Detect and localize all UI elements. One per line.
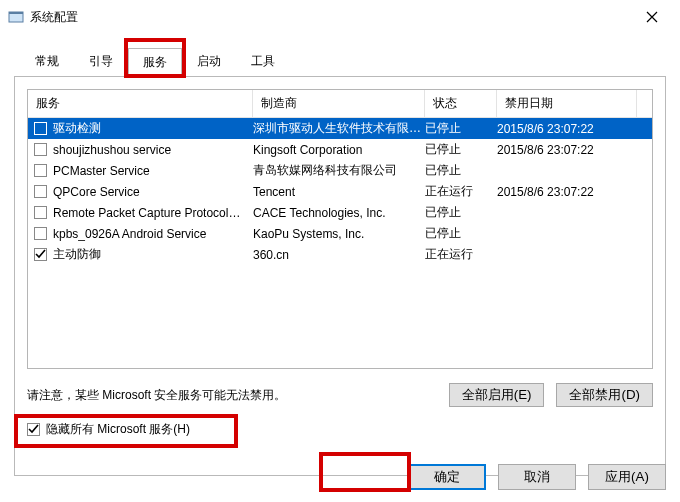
status: 正在运行 [425,183,497,200]
manufacturer: 青岛软媒网络科技有限公司 [253,162,425,179]
list-header: 服务 制造商 状态 禁用日期 [28,90,652,118]
service-name: shoujizhushou service [53,143,171,157]
disable-date: 2015/8/6 23:07:22 [497,185,637,199]
table-row[interactable]: 主动防御360.cn正在运行 [28,244,652,265]
table-row[interactable]: kpbs_0926A Android ServiceKaoPu Systems,… [28,223,652,244]
disable-date: 2015/8/6 23:07:22 [497,122,637,136]
row-checkbox[interactable] [34,185,47,198]
msconfig-window: 系统配置 常规 引导 服务 启动 工具 服务 制造商 状态 禁用日期 驱动检测深… [0,0,680,502]
row-checkbox[interactable] [34,248,47,261]
disable-date: 2015/8/6 23:07:22 [497,143,637,157]
row-checkbox[interactable] [34,164,47,177]
table-row[interactable]: shoujizhushou serviceKingsoft Corporatio… [28,139,652,160]
services-list[interactable]: 服务 制造商 状态 禁用日期 驱动检测深圳市驱动人生软件技术有限…已停止2015… [27,89,653,369]
cancel-button[interactable]: 取消 [498,464,576,490]
apply-button[interactable]: 应用(A) [588,464,666,490]
tab-services[interactable]: 服务 [128,48,182,77]
dialog-footer: 确定 取消 应用(A) [408,464,666,490]
security-note: 请注意，某些 Microsoft 安全服务可能无法禁用。 [27,387,437,404]
hide-ms-services-label: 隐藏所有 Microsoft 服务(H) [46,421,190,438]
svg-rect-1 [9,12,23,14]
manufacturer: Tencent [253,185,425,199]
table-row[interactable]: 驱动检测深圳市驱动人生软件技术有限…已停止2015/8/6 23:07:22 [28,118,652,139]
tab-strip: 常规 引导 服务 启动 工具 [14,48,666,76]
manufacturer: 360.cn [253,248,425,262]
row-checkbox[interactable] [34,122,47,135]
service-name: 驱动检测 [53,120,101,137]
service-name: Remote Packet Capture Protocol… [53,206,240,220]
status: 正在运行 [425,246,497,263]
row-checkbox[interactable] [34,143,47,156]
table-row[interactable]: PCMaster Service青岛软媒网络科技有限公司已停止 [28,160,652,181]
tab-general[interactable]: 常规 [20,47,74,76]
status: 已停止 [425,225,497,242]
titlebar: 系统配置 [0,0,680,34]
manufacturer: CACE Technologies, Inc. [253,206,425,220]
row-checkbox[interactable] [34,206,47,219]
service-name: kpbs_0926A Android Service [53,227,206,241]
window-title: 系统配置 [30,9,78,26]
disable-all-button[interactable]: 全部禁用(D) [556,383,653,407]
status: 已停止 [425,204,497,221]
table-row[interactable]: Remote Packet Capture Protocol…CACE Tech… [28,202,652,223]
close-button[interactable] [632,2,672,32]
ok-button[interactable]: 确定 [408,464,486,490]
col-status[interactable]: 状态 [425,90,497,117]
status: 已停止 [425,120,497,137]
service-name: 主动防御 [53,246,101,263]
col-manufacturer[interactable]: 制造商 [253,90,425,117]
manufacturer: Kingsoft Corporation [253,143,425,157]
status: 已停止 [425,162,497,179]
manufacturer: KaoPu Systems, Inc. [253,227,425,241]
service-name: PCMaster Service [53,164,150,178]
tab-tools[interactable]: 工具 [236,47,290,76]
col-disable-date[interactable]: 禁用日期 [497,90,637,117]
table-row[interactable]: QPCore ServiceTencent正在运行2015/8/6 23:07:… [28,181,652,202]
hide-ms-services-checkbox[interactable] [27,423,40,436]
col-service[interactable]: 服务 [28,90,253,117]
row-checkbox[interactable] [34,227,47,240]
enable-all-button[interactable]: 全部启用(E) [449,383,545,407]
tab-panel-services: 服务 制造商 状态 禁用日期 驱动检测深圳市驱动人生软件技术有限…已停止2015… [14,76,666,476]
tab-boot[interactable]: 引导 [74,47,128,76]
app-icon [8,9,24,25]
tab-startup[interactable]: 启动 [182,47,236,76]
manufacturer: 深圳市驱动人生软件技术有限… [253,120,425,137]
status: 已停止 [425,141,497,158]
service-name: QPCore Service [53,185,140,199]
